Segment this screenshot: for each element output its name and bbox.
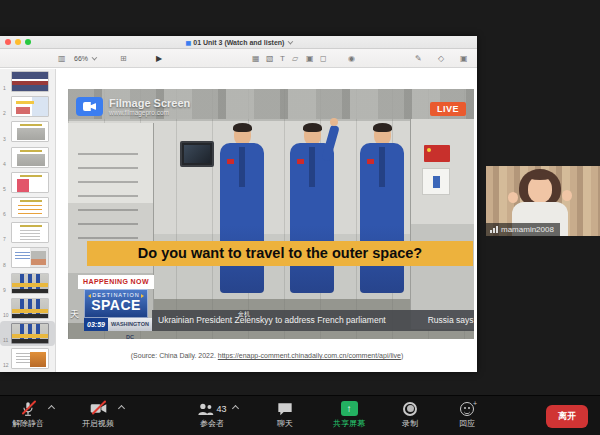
- participant-bangs: [526, 171, 554, 180]
- thumbnail-image: [11, 348, 49, 369]
- slide-thumb-2[interactable]: 2: [0, 94, 55, 119]
- media-insert-icon[interactable]: ▣: [306, 52, 314, 65]
- slide-thumb-3[interactable]: 3: [0, 119, 55, 144]
- window-titlebar: ▦01 Unit 3 (Watch and listen): [0, 36, 477, 49]
- text-insert-icon[interactable]: T: [280, 52, 285, 65]
- slide-thumb-1[interactable]: 1: [0, 69, 55, 94]
- wall-sign: [422, 168, 450, 195]
- record-button[interactable]: 录制: [382, 399, 438, 429]
- table-insert-icon[interactable]: ▦: [252, 52, 260, 65]
- audio-options-chevron[interactable]: [48, 405, 55, 412]
- source-citation: (Source: China Daily. 2022. https://enap…: [57, 352, 477, 359]
- filmage-logo-icon: [76, 97, 103, 116]
- thumbnail-image: [11, 197, 49, 218]
- time-label: 03:59: [84, 318, 108, 331]
- start-video-button[interactable]: 开启视频: [70, 399, 126, 429]
- slide-thumbnail-sidebar: 1 2 3 4 5 6 7 8 9 10 11 12: [0, 69, 56, 372]
- chat-bubble-icon: [277, 402, 293, 416]
- chinese-char-overlay: 天: [70, 308, 79, 321]
- share-screen-button[interactable]: ↑ 共享屏幕: [321, 399, 377, 429]
- flag-patch: [367, 159, 374, 164]
- thumbnail-image: [11, 323, 49, 344]
- news-video-frame: Filmage Screen www.filmagepro.com LIVE D…: [68, 89, 474, 339]
- keynote-toolbar: ▥ 66% ⊞ ▶ ▦ ▧ T ▱ ▣ ◻ ◉ ✎ ◇ ▣: [0, 49, 477, 68]
- china-flag: [424, 145, 450, 162]
- slide-thumb-8[interactable]: 8: [0, 245, 55, 270]
- participant-face: [528, 176, 552, 203]
- slide-thumb-9[interactable]: 9: [0, 271, 55, 296]
- thumbnail-image: [11, 298, 49, 319]
- slide-thumb-7[interactable]: 7: [0, 220, 55, 245]
- thumbnail-image: [11, 273, 49, 294]
- play-presentation-icon[interactable]: ▶: [156, 52, 162, 65]
- slide-canvas: Filmage Screen www.filmagepro.com LIVE D…: [57, 69, 477, 372]
- animate-icon[interactable]: ◇: [438, 52, 444, 65]
- participant-name-label: mamamin2008: [486, 223, 560, 236]
- participants-count: 43: [216, 404, 226, 414]
- astronaut-left: [216, 125, 268, 293]
- share-screen-icon: ↑: [341, 401, 358, 416]
- unmute-button[interactable]: 解除静音: [0, 399, 56, 429]
- chinese-caption-overlay: 金机: [238, 310, 250, 319]
- title-dropdown-icon[interactable]: [288, 39, 294, 45]
- flag-patch: [227, 159, 234, 164]
- location-label: WASHINGTON DC: [108, 318, 152, 331]
- destination-space-bug: DESTINATION SPACE: [84, 289, 148, 318]
- video-options-chevron[interactable]: [118, 405, 125, 412]
- network-signal-icon: [490, 226, 498, 233]
- slide-thumb-5[interactable]: 5: [0, 170, 55, 195]
- people-icon: [197, 402, 214, 416]
- right-arrow-icon: [141, 294, 144, 298]
- collaborate-icon[interactable]: ◉: [348, 52, 355, 65]
- question-banner: Do you want to travel to the outer space…: [87, 241, 473, 266]
- participant-hand-left: [508, 192, 518, 203]
- shared-keynote-window: ▦01 Unit 3 (Watch and listen) ▥ 66% ⊞ ▶ …: [0, 36, 477, 372]
- slide-thumb-12[interactable]: 12: [0, 346, 55, 371]
- happening-now-label: HAPPENING NOW: [78, 275, 154, 289]
- window-title: ▦01 Unit 3 (Watch and listen): [0, 36, 477, 49]
- slide-thumb-10[interactable]: 10: [0, 296, 55, 321]
- meeting-toolbar: 解除静音 开启视频 43: [0, 395, 600, 435]
- thumbnail-image: [11, 222, 49, 243]
- slide-thumb-4[interactable]: 4: [0, 145, 55, 170]
- chart-insert-icon[interactable]: ▧: [266, 52, 274, 65]
- thumbnail-image: [11, 147, 49, 168]
- thumbnail-image: [11, 121, 49, 142]
- thumbnail-image: [11, 71, 49, 92]
- participants-options-chevron[interactable]: [232, 405, 239, 412]
- thumbnail-image: [11, 172, 49, 193]
- keynote-doc-icon: ▦: [186, 40, 192, 46]
- flag-patch: [297, 159, 304, 164]
- astronaut-right: [356, 125, 408, 293]
- participant-video-tile: mamamin2008: [486, 166, 600, 236]
- station-monitor: [180, 141, 214, 167]
- filmage-watermark: Filmage Screen www.filmagepro.com: [76, 97, 190, 116]
- participants-button[interactable]: 43 参会者: [184, 399, 240, 429]
- format-icon[interactable]: ✎: [415, 52, 422, 65]
- astronaut-middle-waving: [286, 125, 338, 293]
- zoom-meeting-screen: ▦01 Unit 3 (Watch and listen) ▥ 66% ⊞ ▶ …: [0, 0, 600, 435]
- reactions-smiley-icon: +: [460, 402, 474, 416]
- view-sidebar-icon[interactable]: ▥: [58, 52, 66, 65]
- thumbnail-image: [11, 96, 49, 117]
- slide-thumb-11-selected[interactable]: 11: [0, 321, 55, 346]
- add-slide-icon[interactable]: ⊞: [120, 52, 127, 65]
- zoom-level-dropdown[interactable]: 66%: [74, 52, 95, 65]
- record-icon: [403, 402, 417, 416]
- news-ticker: Ukrainian President Zelenskyy to address…: [152, 310, 474, 331]
- leave-meeting-button[interactable]: 离开: [546, 405, 588, 428]
- comment-icon[interactable]: ◻: [320, 52, 327, 65]
- time-location-row: 03:59 WASHINGTON DC: [84, 318, 152, 331]
- thumbnail-image: [11, 247, 49, 268]
- waving-hand: [330, 118, 338, 126]
- slide-thumb-6[interactable]: 6: [0, 195, 55, 220]
- source-link[interactable]: https://enapp-comment.chinadaily.com.cn/…: [218, 352, 401, 359]
- raised-arm: [321, 124, 340, 161]
- chat-button[interactable]: 聊天: [257, 399, 313, 429]
- live-badge: LIVE: [430, 102, 466, 116]
- participant-hand-right: [562, 190, 572, 201]
- document-icon[interactable]: ▣: [460, 52, 468, 65]
- shape-insert-icon[interactable]: ▱: [292, 52, 298, 65]
- reactions-button[interactable]: + 回应: [439, 399, 495, 429]
